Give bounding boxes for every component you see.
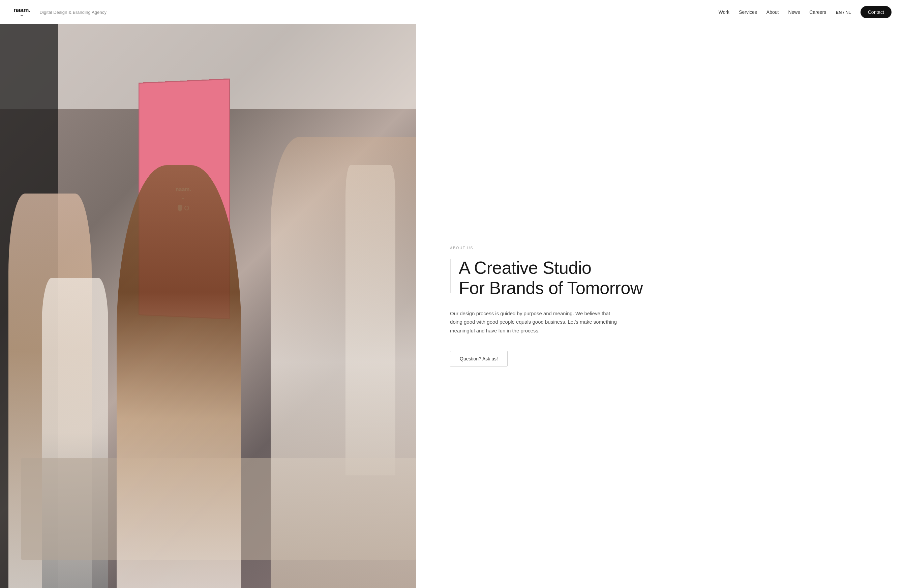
heading-line1: A Creative Studio [459,258,591,278]
nav-about[interactable]: About [767,10,779,15]
ask-button[interactable]: Question? Ask us! [450,351,508,367]
main-content: naam. ⌣ ABOUT US A Creative Studio For [0,0,905,588]
logo-smile: ⌣ [20,13,23,17]
studio-photo: naam. ⌣ [0,24,416,588]
header-left: naam. ⌣ Digital Design & Branding Agency [13,7,106,17]
main-nav: Work Services About News Careers EN / NL… [719,6,892,18]
nav-work[interactable]: Work [719,10,729,15]
hero-body-text: Our design process is guided by purpose … [450,309,619,335]
contact-button[interactable]: Contact [861,6,892,18]
nav-news[interactable]: News [788,10,800,15]
hero-heading: A Creative Studio For Brands of Tomorrow [459,258,643,299]
heading-with-divider: A Creative Studio For Brands of Tomorrow [450,258,878,299]
logo[interactable]: naam. ⌣ [13,7,30,17]
site-header: naam. ⌣ Digital Design & Branding Agency… [0,0,905,24]
foreground-person-2 [271,137,416,588]
tagline: Digital Design & Branding Agency [40,10,107,15]
vertical-divider [450,259,451,293]
about-tag: ABOUT US [450,246,878,250]
hero-content: ABOUT US A Creative Studio For Brands of… [416,24,905,588]
heading-line2: For Brands of Tomorrow [459,278,643,298]
nav-services[interactable]: Services [739,10,757,15]
nav-careers[interactable]: Careers [809,10,826,15]
foreground-person-1 [117,165,242,588]
lang-sep: / [841,10,845,15]
lang-nl[interactable]: NL [845,10,851,15]
hero-section: naam. ⌣ ABOUT US A Creative Studio For [0,24,905,588]
lang-en[interactable]: EN [835,10,841,15]
lang-switcher[interactable]: EN / NL [835,10,851,15]
hero-image: naam. ⌣ [0,24,416,588]
